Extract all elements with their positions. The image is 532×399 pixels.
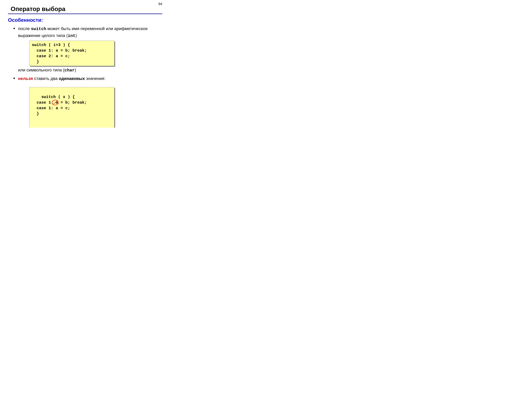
code-block-2: switch ( x ) { case 1: a = b; break; cas… [29,87,114,128]
code-block-1: switch ( i+3 ) { case 1: a = b; break; c… [29,41,114,66]
code-text: switch ( x ) { case 1: a = b; break; cas… [32,95,87,116]
emphasis-bold: одинаковых [59,76,85,81]
bullet-item-2: нельзя ставить два одинаковых значения: [13,75,162,82]
slide: 94 Оператор выбора Особенности: после sw… [0,0,170,128]
text: значения: [85,76,106,81]
text: ставить два [33,76,59,81]
slide-title: Оператор выбора [11,5,162,13]
text: ) [75,68,76,72]
keyword-int: int [68,33,76,38]
bullet-list: после switch может быть имя переменной и… [13,25,162,39]
text: или символьного типа ( [18,68,64,72]
text: после [18,26,31,31]
keyword-switch: switch [31,26,46,32]
page-number: 94 [158,2,162,6]
title-rule [8,13,162,14]
keyword-char: char [64,68,75,73]
bullet-item-1: после switch может быть имя переменной и… [13,25,162,39]
bullet-list-2: нельзя ставить два одинаковых значения: [13,75,162,82]
continuation-text: или символьного типа (char) [18,67,162,74]
emphasis-red: нельзя [18,76,33,81]
section-subhead: Особенности: [8,17,162,23]
text: ) [76,33,77,38]
